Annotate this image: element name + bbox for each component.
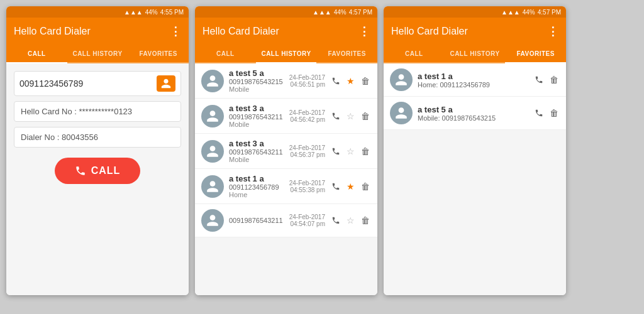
call-action-4[interactable] — [330, 181, 341, 192]
status-bar-1: ▲▲▲ 44% 4:55 PM — [6, 6, 189, 18]
app-title-3: Hello Card Dialer — [391, 26, 468, 37]
delete-action-2[interactable]: 🗑 — [360, 110, 371, 122]
signal-icon-1: ▲▲▲ — [124, 9, 143, 16]
item-name-1: a test 5 a — [229, 68, 284, 78]
star-action-1[interactable]: ★ — [345, 75, 356, 87]
tab-favorites-3[interactable]: FAVORITES — [505, 45, 566, 63]
tab-history-1[interactable]: CALL HISTORY — [67, 45, 128, 63]
item-actions-5: ☆ 🗑 — [330, 214, 371, 227]
item-info-2: a test 3 a 00919876543211 Mobile — [229, 104, 284, 128]
item-actions-2: ☆ 🗑 — [330, 110, 371, 122]
star-action-2[interactable]: ☆ — [345, 110, 356, 122]
call-action-5[interactable] — [330, 215, 341, 226]
history-list: a test 5 a 00919876543215 Mobile 24-Feb-… — [195, 63, 377, 295]
delete-action-4[interactable]: 🗑 — [360, 180, 371, 193]
item-actions-1: ★ 🗑 — [330, 75, 371, 87]
fav-item-1: a test 1 a Home: 0091123456789 🗑 — [384, 63, 566, 97]
fav-call-2[interactable] — [533, 107, 545, 119]
avatar-3 — [201, 140, 224, 163]
tab-bar-2: CALL CALL HISTORY FAVORITES — [195, 45, 377, 63]
call-action-1[interactable] — [330, 75, 341, 87]
item-date-3: 24-Feb-2017 04:56:37 pm — [289, 144, 325, 158]
fav-number-1: Home: 0091123456789 — [418, 81, 528, 89]
item-date-2: 24-Feb-2017 04:56:42 pm — [289, 109, 325, 123]
history-item-3: a test 3 a 00919876543211 Mobile 24-Feb-… — [195, 134, 377, 169]
item-type-2: Mobile — [229, 121, 284, 128]
tab-history-2[interactable]: CALL HISTORY — [256, 45, 317, 63]
item-type-3: Mobile — [229, 156, 284, 163]
fav-call-1[interactable] — [533, 74, 545, 85]
call-action-3[interactable] — [330, 146, 341, 157]
tab-favorites-1[interactable]: FAVORITES — [128, 45, 189, 63]
dialer-content: 0091123456789 Hello Card No : **********… — [6, 63, 189, 295]
dialer-number-row: Dialer No : 80043556 — [14, 127, 181, 148]
time-1: 4:55 PM — [160, 9, 184, 16]
item-actions-4: ★ 🗑 — [330, 180, 371, 193]
star-action-3[interactable]: ☆ — [345, 145, 356, 158]
card-no-label: Hello Card No : — [21, 107, 77, 116]
item-number-3: 00919876543211 — [229, 148, 284, 156]
call-button[interactable]: CALL — [55, 158, 141, 184]
screen-history: ▲▲▲ 44% 4:57 PM Hello Card Dialer ⋮ CALL… — [195, 6, 377, 295]
status-bar-2: ▲▲▲ 44% 4:57 PM — [195, 6, 377, 18]
star-action-4[interactable]: ★ — [345, 180, 356, 193]
item-info-1: a test 5 a 00919876543215 Mobile — [229, 68, 284, 93]
avatar-4 — [201, 175, 224, 198]
fav-name-2: a test 5 a — [418, 105, 528, 114]
favorites-list: a test 1 a Home: 0091123456789 🗑 a test … — [384, 63, 566, 295]
tab-call-3[interactable]: CALL — [384, 45, 445, 63]
fav-name-1: a test 1 a — [418, 72, 528, 81]
screen-dialer: ▲▲▲ 44% 4:55 PM Hello Card Dialer ⋮ CALL… — [6, 6, 189, 295]
item-type-1: Mobile — [229, 85, 284, 93]
fav-number-2: Mobile: 00919876543215 — [418, 114, 528, 122]
app-title-2: Hello Card Dialer — [203, 26, 279, 37]
avatar-2 — [201, 105, 224, 127]
history-item-2: a test 3 a 00919876543211 Mobile 24-Feb-… — [195, 99, 377, 134]
delete-action-5[interactable]: 🗑 — [360, 214, 371, 227]
menu-button-2[interactable]: ⋮ — [358, 24, 370, 38]
signal-icon-3: ▲▲▲ — [501, 9, 520, 16]
fav-delete-2[interactable]: 🗑 — [548, 107, 560, 119]
battery-2: 44% — [334, 9, 347, 16]
avatar-1 — [201, 70, 224, 92]
tab-history-3[interactable]: CALL HISTORY — [445, 45, 506, 63]
menu-button-1[interactable]: ⋮ — [170, 24, 181, 38]
fav-delete-1[interactable]: 🗑 — [548, 73, 560, 86]
tab-call-2[interactable]: CALL — [195, 45, 256, 63]
item-type-4: Home — [229, 191, 284, 198]
fav-info-1: a test 1 a Home: 0091123456789 — [418, 72, 528, 89]
battery-1: 44% — [145, 9, 158, 16]
dialer-no-label: Dialer No — [21, 133, 55, 142]
item-name-2: a test 3 a — [229, 104, 284, 113]
item-name-3: a test 3 a — [229, 139, 284, 148]
tab-favorites-2[interactable]: FAVORITES — [316, 45, 377, 63]
app-header-3: Hello Card Dialer ⋮ — [384, 18, 566, 45]
app-header-2: Hello Card Dialer ⋮ — [195, 18, 377, 45]
time-2: 4:57 PM — [349, 9, 372, 16]
fav-info-2: a test 5 a Mobile: 00919876543215 — [418, 105, 528, 122]
phone-input-row: 0091123456789 — [14, 71, 181, 96]
time-3: 4:57 PM — [538, 9, 561, 16]
fav-avatar-1 — [390, 68, 413, 91]
card-no-value: ***********0123 — [79, 107, 133, 116]
contact-picker-button[interactable] — [157, 75, 175, 92]
item-number-4: 0091123456789 — [229, 183, 284, 191]
item-number-5: 00919876543211 — [229, 217, 284, 224]
delete-action-1[interactable]: 🗑 — [360, 75, 371, 87]
screens-container: ▲▲▲ 44% 4:55 PM Hello Card Dialer ⋮ CALL… — [0, 0, 644, 314]
star-action-5[interactable]: ☆ — [345, 214, 356, 227]
menu-button-3[interactable]: ⋮ — [547, 24, 558, 38]
tab-call-1[interactable]: CALL — [6, 45, 67, 63]
status-bar-3: ▲▲▲ 44% 4:57 PM — [384, 6, 566, 18]
history-item-1: a test 5 a 00919876543215 Mobile 24-Feb-… — [195, 63, 377, 99]
history-item-5: 00919876543211 24-Feb-2017 04:54:07 pm ☆… — [195, 204, 377, 237]
item-number-1: 00919876543215 — [229, 78, 284, 85]
call-action-2[interactable] — [330, 111, 341, 122]
fav-actions-1: 🗑 — [533, 73, 560, 86]
delete-action-3[interactable]: 🗑 — [360, 145, 371, 158]
signal-icon-2: ▲▲▲ — [313, 9, 331, 16]
item-info-3: a test 3 a 00919876543211 Mobile — [229, 139, 284, 163]
item-date-1: 24-Feb-2017 04:56:51 pm — [289, 74, 325, 88]
fav-item-2: a test 5 a Mobile: 00919876543215 🗑 — [384, 97, 566, 130]
tab-bar-3: CALL CALL HISTORY FAVORITES — [384, 45, 566, 63]
